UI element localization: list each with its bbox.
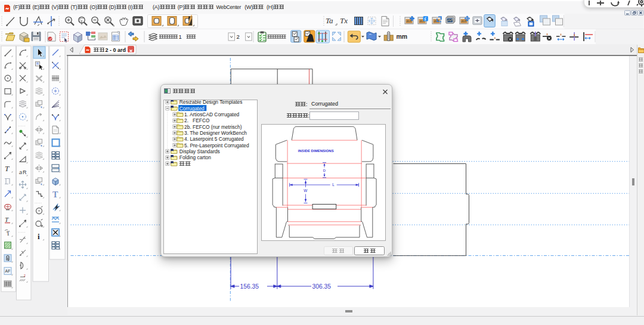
svg-text:2b. FEFCO (nur metrisch): 2b. FEFCO (nur metrisch) — [184, 124, 242, 130]
svg-text:Resizable Design Templates: Resizable Design Templates — [179, 100, 243, 105]
svg-text:mm: mm — [397, 33, 408, 40]
svg-text:Folding carton: Folding carton — [179, 154, 211, 160]
svg-text:AF: AF — [5, 269, 11, 273]
svg-text:R: R — [23, 169, 27, 175]
svg-text:W: W — [304, 188, 308, 193]
svg-text:Corrugated: Corrugated — [179, 106, 205, 112]
svg-text:3. The Designer WorkBench: 3. The Designer WorkBench — [184, 130, 247, 136]
svg-text:Display Standards: Display Standards — [179, 148, 220, 154]
svg-text:2. FEFCO: 2. FEFCO — [184, 117, 210, 123]
svg-text:2: 2 — [24, 274, 26, 277]
svg-text:1: 1 — [179, 33, 182, 40]
svg-text:306.35: 306.35 — [312, 283, 331, 290]
svg-text:L: L — [332, 182, 335, 187]
svg-text:156.35: 156.35 — [240, 283, 259, 290]
svg-text:1. ArtiosCAD Corrugated: 1. ArtiosCAD Corrugated — [184, 112, 240, 117]
svg-text:Tx: Tx — [340, 16, 348, 25]
svg-text:5. Pre-Laserpoint Corrugated: 5. Pre-Laserpoint Corrugated — [184, 143, 249, 148]
svg-text:T: T — [5, 216, 9, 223]
svg-text:INSIDE DIMENSIONS: INSIDE DIMENSIONS — [298, 149, 333, 153]
svg-text:Ta: Ta — [326, 16, 333, 25]
svg-text:T: T — [5, 164, 10, 173]
svg-text:D: D — [323, 169, 326, 172]
svg-text:T: T — [52, 190, 58, 199]
svg-text:4. Laserpoint 5 Corrugated: 4. Laserpoint 5 Corrugated — [184, 136, 244, 142]
svg-text:2: 2 — [237, 33, 240, 40]
svg-text:a: a — [19, 169, 22, 175]
svg-text:i: i — [38, 232, 40, 241]
